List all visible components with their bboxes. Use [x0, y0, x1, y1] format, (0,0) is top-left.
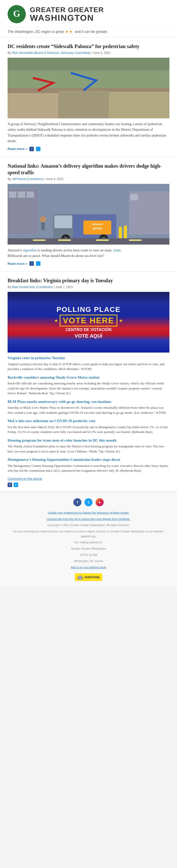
- link-3-desc: Saturday at Black Lives Matter Plaza in …: [7, 405, 169, 415]
- vote-aqui-text: VOTE AQUÍ: [75, 333, 102, 339]
- article-3-image: POLLING PLACE ★ VOTE HERE ★ CENTRO DE VO…: [7, 292, 169, 352]
- comment-on-article-link[interactable]: Comment on this article: [7, 477, 169, 480]
- svg-rect-31: [33, 240, 46, 241]
- tagline-arrow-icon: ►►: [65, 29, 73, 34]
- mailchimp-badge[interactable]: 🤖 mailchimp: [75, 574, 102, 581]
- link-1-anchor[interactable]: Virginia votes in primaries Tuesday: [7, 356, 65, 360]
- svg-rect-18: [54, 215, 72, 228]
- article-2-algorithm-link[interactable]: algorithm: [23, 248, 36, 252]
- svg-rect-7: [7, 58, 169, 70]
- article-2-read-more-line: Read more » f t: [7, 261, 169, 266]
- link-3-anchor[interactable]: BLM Plaza marks anniversary with go-go d…: [7, 400, 111, 404]
- svg-rect-29: [124, 226, 127, 240]
- footer-update-prefs-link[interactable]: Update your preferences to change the fr…: [48, 511, 129, 514]
- svg-rect-12: [18, 191, 25, 198]
- link-2-desc: Rockville officials are considering anne…: [7, 381, 169, 396]
- footer-org-name: Greater Greater Washington: [7, 546, 169, 551]
- link-item-6: Montgomery’s Housing Opportunities Commi…: [7, 457, 169, 473]
- link-4-title[interactable]: MoCo hits new milestone on COVID-19 posi…: [7, 418, 169, 424]
- svg-rect-34: [129, 240, 142, 241]
- link-1-title[interactable]: Virginia votes in primaries Tuesday: [7, 355, 169, 361]
- email-wrapper: G GREATER GREATER WASHINGTON The Washing…: [0, 0, 177, 586]
- article-1-section: DC residents create “Sidewalk Palooza” f…: [0, 37, 177, 157]
- svg-text:amazon: amazon: [92, 223, 102, 226]
- link-1-desc: Virginia’s primary election day is June …: [7, 362, 169, 372]
- article-1-byline: By Nick Sementelli (Board of Directors, …: [7, 51, 169, 55]
- vote-here-text: VOTE HERE: [60, 315, 118, 327]
- link-2-anchor[interactable]: Rockville considers annexing Shady Grove…: [7, 375, 100, 379]
- footer-facebook-link[interactable]: f: [73, 498, 82, 506]
- mailchimp-label: mailchimp: [84, 576, 99, 579]
- svg-point-26: [40, 216, 46, 222]
- link-3-title[interactable]: BLM Plaza marks anniversary with go-go d…: [7, 399, 169, 404]
- article-2-read-more-link[interactable]: Read more »: [7, 262, 27, 266]
- link-4-desc: For the first time since March 2020, the…: [7, 425, 169, 435]
- link-6-title[interactable]: Montgomery’s Housing Opportunities Commi…: [7, 457, 169, 462]
- polling-star-right: ★: [119, 318, 123, 323]
- link-5-title[interactable]: Housing program for trans men of color l…: [7, 438, 169, 443]
- footer-address2: Washington, DC xxxxxx: [7, 559, 169, 563]
- svg-rect-15: [130, 194, 138, 200]
- article-2-description: Amazon’s algorithm is sending drivers ac…: [7, 248, 169, 259]
- polling-place-text: POLLING PLACE: [56, 306, 120, 314]
- tagline: The Washington, DC region is great ►► an…: [0, 27, 177, 37]
- article-2-twitter-link[interactable]: t: [36, 261, 40, 266]
- footer-update-prefs: Update your preferences to change the fr…: [7, 510, 169, 515]
- footer-receiving: You are receiving this email because you…: [7, 529, 169, 538]
- article-1-twitter-link[interactable]: t: [36, 147, 40, 151]
- article-3-title[interactable]: Breakfast links: Virginia primary day is…: [7, 277, 169, 284]
- footer-add-to-address-book: Add us to your address book: [7, 565, 169, 570]
- link-item-5: Housing program for trans men of color l…: [7, 438, 169, 454]
- link-6-desc: The Montgomery County Housing Opportunit…: [7, 463, 169, 473]
- link-5-anchor[interactable]: Housing program for trans men of color l…: [7, 438, 116, 442]
- centro-votacion-text: CENTRO DE VOTACIÓN: [65, 328, 112, 332]
- svg-rect-30: [7, 238, 169, 245]
- svg-rect-27: [41, 222, 45, 230]
- mailchimp-freddie-icon: 🤖: [78, 575, 83, 580]
- article-3-social-row: f t: [7, 483, 169, 487]
- article-2-image: amazon prime: [7, 184, 169, 245]
- article-1-byline-text: By Nick Sementelli (Board of Directors, …: [7, 51, 111, 55]
- footer-instagram-link[interactable]: ●: [96, 498, 104, 506]
- link-item-1: Virginia votes in primaries Tuesday Virg…: [7, 355, 169, 372]
- article-2-title[interactable]: National links: Amazon’s delivery algori…: [7, 163, 169, 176]
- svg-rect-11: [9, 191, 17, 198]
- footer-unsubscribe-link[interactable]: Unsubscribe from this list to cancel blo…: [47, 518, 130, 521]
- footer-copyright: Copyright © 2021 Greater Greater Washing…: [7, 523, 169, 528]
- article-2-stops-link[interactable]: stops: [114, 248, 121, 252]
- svg-rect-6: [109, 92, 169, 118]
- article-1-title[interactable]: DC residents create “Sidewalk Palooza” f…: [7, 43, 169, 50]
- article-3-facebook-link[interactable]: f: [7, 483, 12, 487]
- article-1-description: A group of Advisory Neighborhood Commiss…: [7, 121, 169, 144]
- svg-rect-28: [119, 227, 122, 240]
- article-1-author-link[interactable]: Nick Sementelli (Board of Directors, Adv…: [12, 51, 90, 55]
- article-3-author-link[interactable]: Matt Gontarchick (Contributor): [12, 285, 53, 289]
- svg-rect-32: [58, 240, 71, 241]
- link-6-anchor[interactable]: Montgomery’s Housing Opportunities Commi…: [7, 458, 120, 462]
- article-2-byline: By Jeff Wood (Contributor) • June 4, 202…: [7, 177, 169, 181]
- link-2-title[interactable]: Rockville considers annexing Shady Grove…: [7, 375, 169, 380]
- tagline-end: and it can be greater.: [75, 30, 108, 34]
- footer-twitter-link[interactable]: t: [84, 498, 92, 506]
- link-5-desc: The Wanda Alston Foundation plans to ope…: [7, 444, 169, 454]
- footer-mailing-label: Our mailing address is:: [7, 540, 169, 545]
- footer-logo-row: 🤖 mailchimp: [7, 574, 169, 581]
- article-3-twitter-link[interactable]: t: [13, 483, 18, 487]
- article-2-author-link[interactable]: Jeff Wood (Contributor): [12, 177, 43, 181]
- article-1-read-more-link[interactable]: Read more »: [7, 147, 27, 151]
- article-2-facebook-link[interactable]: f: [29, 261, 34, 266]
- svg-text:G: G: [13, 9, 20, 19]
- link-item-3: BLM Plaza marks anniversary with go-go d…: [7, 399, 169, 415]
- svg-text:prime: prime: [93, 226, 102, 230]
- link-4-anchor[interactable]: MoCo hits new milestone on COVID-19 posi…: [7, 419, 95, 423]
- article-3-section: Breakfast links: Virginia primary day is…: [0, 272, 177, 492]
- footer-social-row: f t ●: [7, 498, 169, 506]
- article-3-byline: By Matt Gontarchick (Contributor) • June…: [7, 285, 169, 289]
- article-1-facebook-link[interactable]: f: [29, 147, 34, 151]
- svg-rect-33: [96, 240, 109, 241]
- footer-address-book-link[interactable]: Add us to your address book: [71, 566, 106, 569]
- header: G GREATER GREATER WASHINGTON: [0, 0, 177, 27]
- svg-rect-13: [27, 191, 34, 198]
- polling-star-left: ★: [54, 318, 58, 323]
- article-1-read-more-line: Read more » f t: [7, 147, 169, 151]
